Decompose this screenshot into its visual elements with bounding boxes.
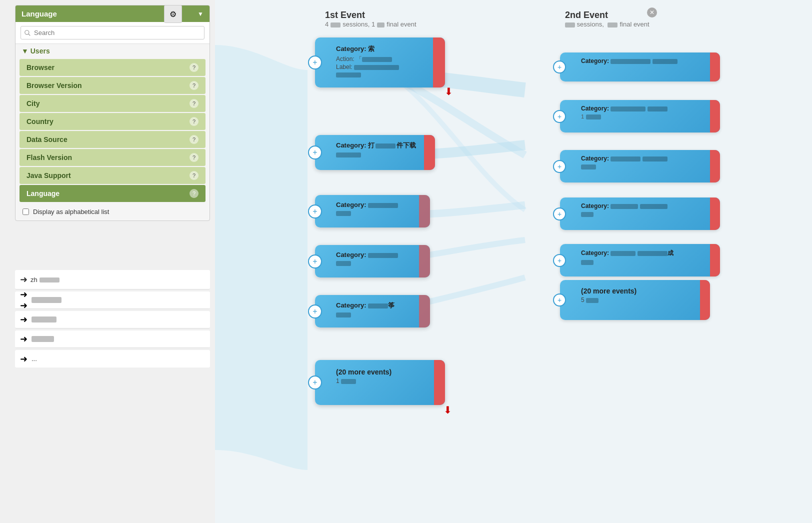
users-label[interactable]: ▼ Users bbox=[16, 44, 210, 58]
question-icon: ? bbox=[190, 135, 198, 144]
sidebar-item-country[interactable]: Country ? bbox=[20, 113, 206, 130]
question-icon: ? bbox=[190, 153, 198, 162]
arrow-icon: ➜ bbox=[20, 354, 28, 364]
red-exit-bar bbox=[710, 100, 720, 132]
close-col2-button[interactable]: ✕ bbox=[647, 8, 657, 18]
event-node-6[interactable]: + (20 more events) 1 ⬇ bbox=[315, 360, 445, 405]
red-down-arrow-2-icon: ⬇ bbox=[444, 404, 452, 416]
red-exit-bar bbox=[700, 280, 710, 320]
event-node-4[interactable]: + Category: bbox=[315, 245, 430, 278]
node2-sub bbox=[336, 152, 421, 158]
red-exit-bar bbox=[419, 195, 430, 228]
event-node-2[interactable]: + Category: 打件下载 bbox=[315, 135, 435, 170]
node3-sub bbox=[336, 210, 416, 216]
event-node-r1[interactable]: + Category: bbox=[560, 52, 720, 82]
node4-title: Category: bbox=[336, 251, 416, 258]
sidebar-item-city[interactable]: City ? bbox=[20, 95, 206, 112]
question-icon: ? bbox=[190, 117, 198, 126]
nodr3-sub bbox=[581, 164, 706, 170]
node1-label: Label: bbox=[336, 64, 438, 70]
node-plus-icon: + bbox=[553, 208, 566, 220]
alphabetical-checkbox[interactable] bbox=[22, 208, 29, 215]
nodr2-sub: 1 bbox=[581, 114, 706, 120]
node5-title: Category: 筝 bbox=[336, 301, 416, 310]
settings-button[interactable]: ⚙ bbox=[164, 5, 182, 23]
event-node-1[interactable]: + Category: 索 Action: 「 Label: ⬇ bbox=[315, 38, 445, 88]
nodr6-sub: 5 bbox=[581, 296, 696, 304]
gear-icon: ⚙ bbox=[170, 10, 176, 19]
red-exit-bar bbox=[710, 52, 720, 82]
sidebar-item-browser[interactable]: Browser ? bbox=[20, 59, 206, 76]
nodr4-sub bbox=[581, 211, 706, 217]
left-items-panel: ➜ zh ➜➜ ➜ ➜ ➜ ... bbox=[15, 270, 210, 370]
red-exit-bar bbox=[434, 360, 445, 405]
item-label-4 bbox=[32, 336, 54, 342]
col2-title: 2nd Event bbox=[565, 10, 650, 20]
event-node-r6[interactable]: + (20 more events) 5 bbox=[560, 280, 710, 320]
question-icon-active: ? bbox=[190, 189, 198, 198]
node1-title: Category: 索 bbox=[336, 44, 438, 54]
dropdown-arrow-icon: ▼ bbox=[198, 10, 204, 18]
event-node-r5[interactable]: + Category: 成 bbox=[560, 244, 720, 276]
node-plus-icon: + bbox=[553, 254, 566, 267]
sidebar-header-label: Language bbox=[22, 10, 57, 18]
node1-action: Action: 「 bbox=[336, 55, 438, 64]
sidebar-item-flash-version-label: Flash Version bbox=[26, 154, 72, 162]
node6-sub: 1 bbox=[336, 378, 431, 384]
node-plus-icon: + bbox=[308, 376, 322, 390]
nodr5-title: Category: 成 bbox=[581, 249, 706, 258]
item-label-1: zh bbox=[30, 276, 60, 284]
sidebar-item-country-label: Country bbox=[26, 118, 54, 126]
event-node-3[interactable]: + Category: bbox=[315, 195, 430, 228]
nodr3-title: Category: bbox=[581, 155, 706, 162]
node-plus-icon: + bbox=[553, 60, 566, 74]
event-node-r2[interactable]: + Category: 1 bbox=[560, 100, 720, 132]
question-icon: ? bbox=[190, 171, 198, 180]
nodr4-title: Category: bbox=[581, 202, 706, 210]
item-label-2 bbox=[32, 297, 62, 303]
question-icon: ? bbox=[190, 99, 198, 108]
red-exit-bar bbox=[419, 245, 430, 278]
question-icon: ? bbox=[190, 63, 198, 72]
red-exit-bar bbox=[710, 150, 720, 182]
node6-title: (20 more events) bbox=[336, 368, 431, 376]
node-plus-icon: + bbox=[553, 160, 566, 173]
col1-title: 1st Event bbox=[325, 10, 416, 20]
node1-extra bbox=[336, 72, 438, 78]
list-item[interactable]: ➜ zh bbox=[15, 270, 210, 290]
node-plus-icon: + bbox=[553, 110, 566, 123]
search-input[interactable] bbox=[20, 26, 204, 40]
list-item[interactable]: ➜ bbox=[15, 311, 210, 328]
sidebar-item-data-source[interactable]: Data Source ? bbox=[20, 131, 206, 148]
event-node-r3[interactable]: + Category: bbox=[560, 150, 720, 182]
node-plus-icon: + bbox=[308, 204, 322, 218]
red-down-arrow-icon: ⬇ bbox=[444, 86, 453, 98]
arrow-icon: ➜ bbox=[20, 334, 28, 344]
node-plus-icon: + bbox=[308, 254, 322, 268]
item-label-5: ... bbox=[32, 355, 37, 362]
sidebar-item-browser-version[interactable]: Browser Version ? bbox=[20, 77, 206, 94]
sidebar-item-city-label: City bbox=[26, 100, 40, 108]
node-plus-icon: + bbox=[553, 294, 566, 306]
red-exit-bar bbox=[419, 295, 430, 328]
list-item[interactable]: ➜ ... bbox=[15, 350, 210, 368]
list-item[interactable]: ➜➜ bbox=[15, 292, 210, 309]
sidebar-item-data-source-label: Data Source bbox=[26, 136, 68, 144]
red-exit-bar bbox=[710, 198, 720, 230]
sidebar-item-java-support-label: Java Support bbox=[26, 172, 71, 180]
event-node-r4[interactable]: + Category: bbox=[560, 198, 720, 230]
node-plus-icon: + bbox=[308, 56, 322, 70]
arrow-right-icon: ➜ bbox=[20, 274, 28, 285]
sidebar-item-language[interactable]: Language ? bbox=[20, 185, 206, 202]
red-exit-bar bbox=[710, 244, 720, 276]
sidebar-item-flash-version[interactable]: Flash Version ? bbox=[20, 149, 206, 166]
item-label-3 bbox=[32, 316, 56, 322]
event-node-5[interactable]: + Category: 筝 bbox=[315, 295, 430, 328]
nodr2-title: Category: bbox=[581, 105, 706, 112]
node5-sub bbox=[336, 312, 416, 318]
arrow-right-double-icon: ➜➜ bbox=[20, 289, 28, 311]
nodr5-sub bbox=[581, 259, 706, 265]
sidebar-item-java-support[interactable]: Java Support ? bbox=[20, 167, 206, 184]
list-item[interactable]: ➜ bbox=[15, 330, 210, 348]
node2-title: Category: 打件下载 bbox=[336, 141, 421, 150]
